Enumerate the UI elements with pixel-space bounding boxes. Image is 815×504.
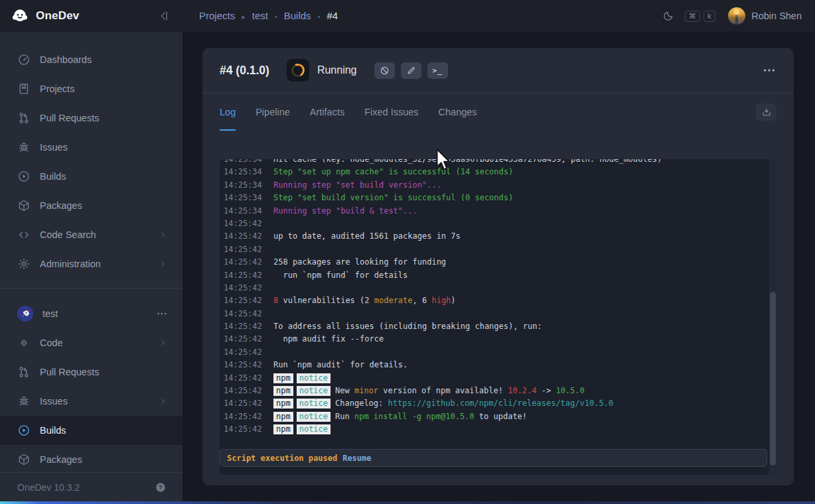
sidebar-item-pull-requests[interactable]: Pull Requests [0,357,183,387]
breadcrumb-item-Builds[interactable]: Builds [284,10,311,21]
shortcut-cmd-key[interactable]: ⌘ [685,11,700,22]
npm-badge: npm [273,412,293,422]
download-log-button[interactable] [756,103,777,121]
dark-mode-toggle-icon[interactable] [662,10,674,22]
log-timestamp: 14:25:42 [224,423,262,436]
sidebar-item-packages[interactable]: Packages [0,191,183,220]
log-text: 10.5.0 [556,386,584,395]
gear-icon [17,257,31,271]
sidebar-item-label: Projects [40,84,74,94]
log-timestamp: 14:25:42 [224,372,262,385]
breadcrumb-item-test[interactable]: test [252,10,268,21]
sidebar-item-builds[interactable]: Builds [0,162,183,191]
topbar-right: ⌘ k Robin Shen [662,7,802,25]
npm-badge: npm [273,373,293,383]
sidebar-item-code-search[interactable]: Code Search [0,220,183,249]
log-line: 14:25:42Run `npm audit` for details. [224,359,766,371]
bug-icon [17,395,31,408]
log-timestamp: 14:25:34 [224,205,262,218]
log-text: vulnerabilities (2 [278,296,374,305]
build-status: Running [317,64,357,76]
sidebar-item-code[interactable]: Code [0,328,183,357]
log-timestamp: 14:25:42 [224,410,262,423]
help-icon[interactable]: ? [155,481,167,493]
sidebar-item-issues[interactable]: Issues [0,133,183,162]
tab-artifacts[interactable]: Artifacts [310,94,344,131]
log-lines: 14:25:34Hit cache (key: node_modules_32/… [224,159,766,436]
log-text: Run [335,412,354,421]
more-options-icon[interactable] [762,63,777,78]
breadcrumb-separator: ▸ [242,13,246,21]
tab-fixed-issues[interactable]: Fixed Issues [364,94,418,131]
log-line: 14:25:42258 packages are looking for fun… [224,256,766,269]
log-text: Step "set up npm cache" is successful (1… [273,167,513,176]
projects-icon [17,82,31,95]
notice-badge: notice [297,424,331,434]
log-timestamp: 14:25:42 [224,308,262,320]
log-timestamp: 14:25:34 [224,159,262,166]
sidebar-item-label: Builds [40,425,66,436]
cancel-build-button[interactable] [374,62,395,79]
log-text: To address all issues (including breakin… [273,322,542,331]
shortcut-k-key[interactable]: k [704,11,715,22]
play-circle-icon [17,170,31,183]
chevron-right-icon [159,230,168,239]
edit-build-button[interactable] [401,62,421,79]
app-version: OneDev 10.3.2 [17,482,80,493]
sidebar-item-label: Pull Requests [40,367,99,377]
chevron-right-icon [159,259,168,269]
page-progress-strip [0,501,815,504]
onedev-logo-icon [11,7,29,25]
notice-badge: notice [297,399,331,409]
npm-badge: npm [273,399,293,409]
chevron-right-icon [159,338,168,347]
sidebar-item-projects[interactable]: Projects [0,74,183,103]
web-terminal-button[interactable]: >_ [427,62,448,79]
log-line: 14:25:42 run `npm fund` for details [224,269,766,282]
log-scrollbar-thumb[interactable] [770,292,776,466]
sidebar-item-label: Issues [40,396,68,407]
sidebar-item-issues[interactable]: Issues [0,387,183,416]
sidebar-project-row[interactable]: test [0,299,183,328]
log-timestamp: 14:25:42 [224,256,262,269]
log-timestamp: 14:25:42 [224,333,262,346]
paused-message: Script execution paused [227,454,337,463]
log-text: npm audit fix --force [273,334,384,344]
breadcrumb-separator: • [318,13,321,21]
sidebar-item-dashboards[interactable]: Dashboards [0,45,183,74]
sidebar-item-pull-requests[interactable]: Pull Requests [0,103,183,133]
log-line: 14:25:34Step "set up npm cache" is succe… [224,166,766,178]
tab-log[interactable]: Log [220,94,236,131]
package-icon [17,199,31,212]
log-text: high [431,296,451,305]
user-name: Robin Shen [751,11,802,21]
log-text: to update! [475,412,527,421]
sidebar-divider [0,288,183,288]
log-text: moderate [374,296,413,305]
collapse-sidebar-icon[interactable] [157,9,171,23]
breadcrumb-item-Projects[interactable]: Projects [199,10,235,21]
user-menu[interactable]: Robin Shen [728,7,802,25]
log-line: 14:25:42 [224,282,766,294]
sidebar-item-builds[interactable]: Builds [0,416,183,445]
tab-pipeline[interactable]: Pipeline [256,94,290,131]
code-icon [17,228,31,241]
bug-icon [17,141,31,154]
log-line: 14:25:42 [224,346,766,359]
log-line: 14:25:428 vulnerabilities (2 moderate, 6… [224,294,766,307]
build-log: 14:25:34Hit cache (key: node_modules_32/… [220,159,777,475]
project-more-icon[interactable] [156,308,168,320]
tab-changes[interactable]: Changes [439,94,477,131]
notice-badge: notice [297,373,331,383]
sidebar-item-label: Code Search [40,229,96,240]
resume-link[interactable]: Resume [342,454,371,463]
log-text: Changelog: [335,399,388,408]
npm-badge: npm [273,424,293,434]
sidebar-item-packages[interactable]: Packages [0,445,183,474]
log-scrollbar-track[interactable] [769,159,777,475]
build-actions: >_ [357,62,448,79]
sidebar-item-label: Packages [40,200,82,211]
sidebar-item-administration[interactable]: Administration [0,249,183,279]
log-timestamp: 14:25:42 [224,218,262,230]
terminal-icon: >_ [432,66,442,75]
